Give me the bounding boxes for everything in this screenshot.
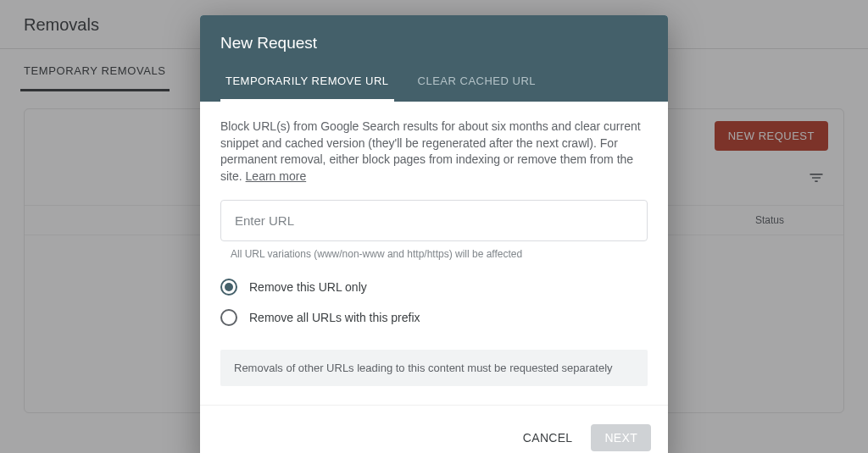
next-button[interactable]: NEXT — [591, 424, 651, 451]
radio-icon — [220, 279, 237, 296]
learn-more-link[interactable]: Learn more — [246, 169, 307, 183]
modal-overlay: New Request TEMPORARILY REMOVE URL CLEAR… — [0, 0, 868, 453]
dialog-title: New Request — [220, 34, 648, 52]
new-request-dialog: New Request TEMPORARILY REMOVE URL CLEAR… — [200, 15, 668, 453]
dialog-notice: Removals of other URLs leading to this c… — [220, 350, 648, 386]
radio-icon — [220, 309, 237, 326]
option-remove-url-only[interactable]: Remove this URL only — [220, 272, 648, 302]
url-input[interactable] — [220, 200, 648, 241]
option-remove-prefix[interactable]: Remove all URLs with this prefix — [220, 302, 648, 333]
url-hint: All URL variations (www/non-www and http… — [231, 248, 648, 260]
dialog-description: Block URL(s) from Google Search results … — [220, 119, 648, 185]
tab-clear-cached-url[interactable]: CLEAR CACHED URL — [413, 75, 541, 102]
cancel-button[interactable]: CANCEL — [511, 424, 585, 451]
tab-temporarily-remove-url[interactable]: TEMPORARILY REMOVE URL — [220, 75, 394, 102]
radio-label: Remove all URLs with this prefix — [249, 311, 420, 324]
radio-label: Remove this URL only — [249, 280, 367, 294]
